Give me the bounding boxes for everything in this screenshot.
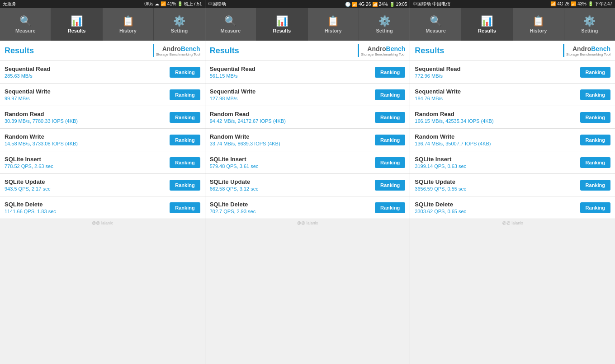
ranking-button[interactable]: Ranking [580,202,610,213]
ranking-button[interactable]: Ranking [375,202,405,213]
ranking-button[interactable]: Ranking [170,135,200,145]
status-right: 📶 4G 26 📶 43% 🔋 下午2:47 [550,1,612,7]
bench-value: 702.7 QPS, 2.93 sec [210,209,375,214]
ranking-button[interactable]: Ranking [170,67,200,78]
bench-value: 1141.66 QPS, 1.83 sec [5,209,170,214]
ranking-button[interactable]: Ranking [170,157,200,168]
bench-info-2: Random Read30.39 MB/s, 7780.33 IOPS (4KB… [5,111,170,124]
tab-measure[interactable]: 🔍 Measure [0,8,51,41]
bench-row: SQLite Delete3303.62 QPS, 0.65 secRankin… [410,196,615,219]
ranking-button[interactable]: Ranking [580,157,610,168]
logo-text: AndroBench Storage Benchmarking Tool [361,45,405,56]
bench-name: SQLite Delete [5,201,170,208]
ranking-button[interactable]: Ranking [375,89,405,100]
history-icon: 📋 [327,15,339,27]
status-right: 0K/s ☁ 📶 41% 🔋 晚上7:51 [144,1,202,7]
setting-label: Setting [171,28,188,33]
bench-info-5: SQLite Update3656.59 QPS, 0.55 sec [415,178,580,191]
tab-setting[interactable]: ⚙️ Setting [564,8,615,41]
logo-main: AndroBench [572,45,610,52]
logo-sub: Storage Benchmarking Tool [156,52,200,56]
setting-label: Setting [376,28,393,33]
bench-name: Sequential Write [415,88,580,95]
tab-measure[interactable]: 🔍 Measure [410,8,461,41]
logo-bench: Bench [386,45,406,52]
tab-results[interactable]: 📊 Results [256,8,308,41]
bench-info-4: SQLite Insert778.52 QPS, 2.63 sec [5,156,170,169]
bench-row: Sequential Write184.76 MB/sRanking [410,84,615,106]
bench-value: 662.58 QPS, 3.12 sec [210,186,375,191]
ranking-button[interactable]: Ranking [170,89,200,100]
results-area: Results AndroBench Storage Benchmarking … [410,41,615,364]
tab-setting[interactable]: ⚙️ Setting [359,8,410,41]
bench-row: SQLite Insert778.52 QPS, 2.63 secRanking [0,151,205,174]
bench-info-1: Sequential Write127.98 MB/s [210,88,375,101]
phone-panel-1: 无服务0K/s ☁ 📶 41% 🔋 晚上7:51 🔍 Measure 📊 Res… [0,0,205,364]
bench-name: SQLite Insert [415,156,580,163]
bench-info-1: Sequential Write99.97 MB/s [5,88,170,101]
ranking-button[interactable]: Ranking [375,157,405,168]
tab-history[interactable]: 📋 History [513,8,564,41]
ranking-button[interactable]: Ranking [375,135,405,145]
logo-bar [358,44,359,57]
ranking-button[interactable]: Ranking [170,180,200,191]
bench-info-0: Sequential Read561.15 MB/s [210,65,375,79]
bench-info-6: SQLite Delete1141.66 QPS, 1.83 sec [5,201,170,214]
androbench-logo: AndroBench Storage Benchmarking Tool [153,44,200,57]
bench-value: 579.48 QPS, 3.61 sec [210,163,375,169]
bench-info-5: SQLite Update662.58 QPS, 3.12 sec [210,178,375,191]
bench-value: 772.96 MB/s [415,73,580,79]
bench-info-6: SQLite Delete702.7 QPS, 2.93 sec [210,201,375,214]
bench-row: Sequential Write127.98 MB/sRanking [205,84,410,106]
tab-results[interactable]: 📊 Results [51,8,102,41]
history-label: History [325,28,342,33]
history-label: History [119,28,137,33]
tab-measure[interactable]: 🔍 Measure [205,8,256,41]
history-label: History [530,28,547,33]
bench-name: SQLite Insert [210,156,375,163]
bench-info-1: Sequential Write184.76 MB/s [415,88,580,101]
logo-text: AndroBench Storage Benchmarking Tool [156,45,200,56]
ranking-button[interactable]: Ranking [580,135,610,145]
tab-results[interactable]: 📊 Results [462,8,513,41]
bench-value: 285.63 MB/s [5,73,170,79]
logo-text: AndroBench Storage Benchmarking Tool [566,45,610,56]
ranking-button[interactable]: Ranking [375,67,405,78]
bench-row: SQLite Update3656.59 QPS, 0.55 secRankin… [410,174,615,196]
ranking-button[interactable]: Ranking [375,112,405,123]
results-header: Results AndroBench Storage Benchmarking … [0,41,205,61]
bench-row: Random Write33.74 MB/s, 8639.3 IOPS (4KB… [205,129,410,151]
bench-value: 184.76 MB/s [415,96,580,101]
tab-history[interactable]: 📋 History [308,8,359,41]
ranking-button[interactable]: Ranking [580,180,610,191]
bench-info-3: Random Write33.74 MB/s, 8639.3 IOPS (4KB… [210,133,375,146]
results-label: Results [273,28,291,33]
bench-name: Sequential Write [210,88,375,95]
ranking-button[interactable]: Ranking [170,112,200,123]
bench-row: SQLite Insert579.48 QPS, 3.61 secRanking [205,151,410,174]
results-icon: 📊 [481,15,493,27]
results-area: Results AndroBench Storage Benchmarking … [205,41,410,364]
ranking-button[interactable]: Ranking [170,202,200,213]
ranking-button[interactable]: Ranking [580,112,610,123]
ranking-button[interactable]: Ranking [375,180,405,191]
bench-name: Random Read [5,111,170,117]
bench-row: Sequential Read561.15 MB/sRanking [205,61,410,84]
tab-history[interactable]: 📋 History [103,8,154,41]
bench-row: Random Read94.42 MB/s, 24172.67 IOPS (4K… [205,106,410,129]
tab-setting[interactable]: ⚙️ Setting [154,8,204,41]
bench-name: Sequential Write [5,88,170,95]
bench-name: SQLite Insert [5,156,170,163]
logo-andro: Andro [572,45,591,52]
bench-row: Random Write136.74 MB/s, 35007.7 IOPS (4… [410,129,615,151]
measure-icon: 🔍 [430,15,442,27]
setting-icon: ⚙️ [378,15,391,27]
measure-icon: 🔍 [19,15,32,27]
ranking-button[interactable]: Ranking [580,89,610,100]
ranking-button[interactable]: Ranking [580,67,610,78]
results-header: Results AndroBench Storage Benchmarking … [410,41,615,61]
bench-info-0: Sequential Read285.63 MB/s [5,65,170,79]
measure-label: Measure [15,28,36,33]
status-right: 🕐 📶 4G 26 📶 24% 🔋 19:05 [345,2,407,7]
bench-info-3: Random Write14.58 MB/s, 3733.08 IOPS (4K… [5,133,170,146]
